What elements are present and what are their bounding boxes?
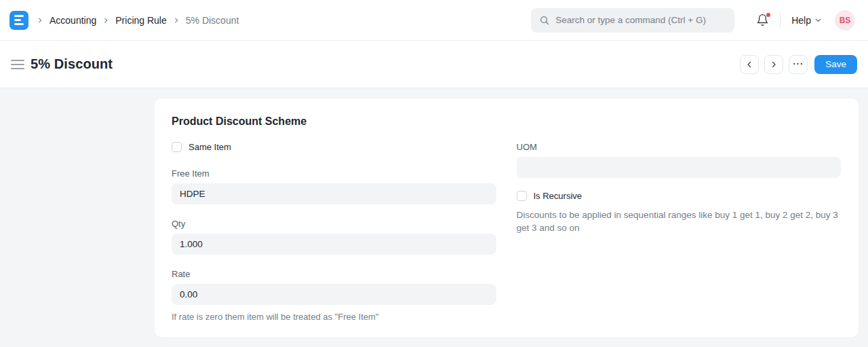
menu-button[interactable]: ··· [789,55,808,74]
chevron-down-icon [814,16,822,24]
breadcrumb: Accounting Pricing Rule 5% Discount [37,15,239,26]
next-document-button[interactable] [764,55,783,74]
breadcrumb-current: 5% Discount [186,15,239,26]
unread-indicator [766,13,770,17]
free-item-field: Free Item [172,168,496,204]
prev-document-button[interactable] [740,55,759,74]
same-item-checkbox[interactable] [172,142,182,152]
help-dropdown[interactable]: Help [791,15,822,26]
header-actions: ··· Save [740,55,857,74]
chevron-right-icon [37,17,43,24]
ellipsis-icon: ··· [793,58,804,69]
qty-input[interactable] [172,234,496,255]
page-title: 5% Discount [31,56,113,72]
section-title: Product Discount Scheme [172,115,841,128]
page-header: 5% Discount ··· Save [0,41,868,88]
breadcrumb-accounting[interactable]: Accounting [50,15,96,26]
chevron-right-icon [770,60,778,69]
qty-label: Qty [172,219,496,230]
breadcrumb-pricing-rule[interactable]: Pricing Rule [115,15,166,26]
chevron-right-icon [102,17,109,24]
page-body: Product Discount Scheme Same Item Free I… [0,88,868,347]
chevron-left-icon [745,60,753,69]
sidebar-toggle-icon[interactable] [11,57,24,72]
is-recursive-description: Discounts to be applied in sequential ra… [517,208,841,234]
app-logo-icon[interactable] [9,11,28,30]
rate-description: If rate is zero them item will be treate… [172,311,496,323]
save-button[interactable]: Save [814,55,857,74]
form-columns: Same Item Free Item Qty Rate If rate is … [172,142,841,337]
free-item-input[interactable] [172,183,496,204]
search-icon [539,15,550,26]
qty-field: Qty [172,219,496,255]
uom-input[interactable] [517,157,842,178]
is-recursive-label: Is Recursive [534,191,583,201]
product-discount-scheme-card: Product Discount Scheme Same Item Free I… [155,98,859,337]
right-column: UOM Is Recursive Discounts to be applied… [517,142,842,337]
left-column: Same Item Free Item Qty Rate If rate is … [172,142,496,337]
notifications-button[interactable] [756,14,769,26]
same-item-checkbox-row[interactable]: Same Item [172,142,496,152]
rate-field: Rate If rate is zero them item will be t… [172,269,496,323]
uom-label: UOM [517,142,842,153]
same-item-label: Same Item [189,142,231,152]
user-avatar[interactable]: BS [835,10,855,31]
rate-input[interactable] [172,284,496,305]
navbar-divider [780,12,781,29]
search-input[interactable] [555,15,726,25]
uom-field: UOM [517,142,842,178]
rate-label: Rate [172,269,496,280]
free-item-label: Free Item [172,168,496,179]
is-recursive-checkbox[interactable] [517,191,527,201]
top-navbar: Accounting Pricing Rule 5% Discount Help… [0,0,868,41]
global-search[interactable] [531,8,734,33]
chevron-right-icon [173,17,180,24]
is-recursive-checkbox-row[interactable]: Is Recursive [517,191,842,201]
